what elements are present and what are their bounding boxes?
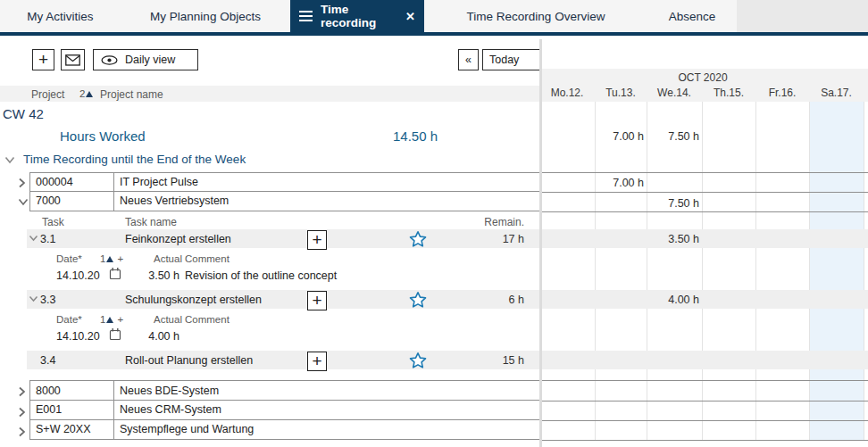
remain-column-header: Remain. <box>464 216 524 228</box>
project-column-header: Project <box>31 88 64 101</box>
entry-sort-indicator[interactable]: 1 + <box>100 253 123 264</box>
day-header: Sa.17. <box>809 87 864 99</box>
task-row-calendar <box>542 229 868 248</box>
weekend-column <box>809 102 864 440</box>
row-border <box>542 192 868 193</box>
tab-label: My Planning Objects <box>150 10 261 23</box>
calendar-month-label: OCT 2020 <box>542 71 864 84</box>
chevron-right-icon[interactable] <box>18 426 26 437</box>
entry-actual: 4.00 h <box>134 330 179 343</box>
tab-my-planning-objects[interactable]: My Planning Objects <box>121 0 290 32</box>
project-row[interactable]: E001 Neues CRM-System <box>29 401 539 420</box>
sort-asc-icon <box>106 317 113 323</box>
task-day-cell: 4.00 h <box>648 294 699 306</box>
grid-line <box>809 102 810 440</box>
project-code: E001 <box>29 401 114 419</box>
prev-week-button[interactable]: « <box>458 49 479 70</box>
day-header: Mo.12. <box>539 87 595 99</box>
tab-time-recording-overview[interactable]: Time Recording Overview <box>424 0 647 32</box>
tab-time-recording[interactable]: Time recording ✕ <box>290 0 424 32</box>
hamburger-icon <box>299 11 313 21</box>
project-row[interactable]: 000004 IT Project Pulse <box>29 172 539 192</box>
project-day-cell: 7.50 h <box>648 197 699 210</box>
row-border <box>542 172 868 173</box>
plus-icon: + <box>312 231 321 248</box>
favorite-star-icon[interactable] <box>409 230 427 248</box>
add-entry-button[interactable]: + <box>307 352 327 371</box>
task-row[interactable] <box>27 351 539 369</box>
tabbar-filler <box>737 0 868 32</box>
day-header: We.14. <box>647 87 702 99</box>
task-name: Schulungskonzept erstellen <box>125 294 262 306</box>
close-icon[interactable]: ✕ <box>405 10 415 23</box>
chevron-down-icon[interactable] <box>18 198 29 206</box>
tab-label: Absence <box>669 10 716 23</box>
task-code: 3.1 <box>40 233 55 245</box>
chevron-left-double-icon: « <box>465 54 472 66</box>
envelope-icon <box>65 54 80 66</box>
hours-worked-label: Hours Worked <box>60 128 146 144</box>
project-name: Neues BDE-System <box>114 381 539 400</box>
tab-my-activities[interactable]: My Activities <box>0 0 121 32</box>
add-entry-button[interactable]: + <box>307 291 327 310</box>
mail-button[interactable] <box>61 49 85 70</box>
project-code: 000004 <box>29 173 114 191</box>
sort-asc-icon <box>106 256 113 262</box>
chevron-down-icon[interactable] <box>29 235 38 242</box>
add-entry-inline[interactable]: + <box>118 314 124 325</box>
task-remain: 17 h <box>464 233 524 245</box>
entry-date-header: Date* <box>56 253 82 264</box>
add-entry-button[interactable]: + <box>307 230 327 250</box>
chevron-right-icon[interactable] <box>18 178 26 188</box>
task-row[interactable] <box>27 290 539 309</box>
project-row[interactable]: 8000 Neues BDE-System <box>29 380 539 401</box>
chevron-right-icon[interactable] <box>18 386 26 397</box>
task-row-calendar <box>542 290 868 309</box>
add-button[interactable]: + <box>32 49 54 70</box>
task-row-calendar <box>542 351 868 369</box>
project-code: 7000 <box>29 192 114 211</box>
add-entry-inline[interactable]: + <box>118 253 124 264</box>
favorite-star-icon[interactable] <box>409 291 427 309</box>
entry-comment: Revision of the outline concept <box>185 269 337 282</box>
week-label: CW 42 <box>3 106 44 121</box>
project-row[interactable]: 7000 Neues Vertriebsystem <box>29 192 539 211</box>
calendar-icon[interactable] <box>109 327 121 341</box>
hours-worked-day-cell: 7.00 h <box>597 130 644 143</box>
tab-absence[interactable]: Absence <box>647 0 737 32</box>
chevron-down-icon[interactable] <box>4 156 15 164</box>
task-name-column-header: Task name <box>125 216 177 228</box>
plus-icon: + <box>312 292 321 309</box>
project-row[interactable]: S+W 20XX Systempflege und Wartung <box>29 420 539 440</box>
entry-sort-indicator[interactable]: 1 + <box>100 314 123 325</box>
calendar-icon[interactable] <box>109 267 121 280</box>
row-border <box>542 440 868 441</box>
project-name-column-header: Project name <box>100 88 163 101</box>
task-remain: 15 h <box>464 354 524 367</box>
time-recording-app: My Activities My Planning Objects Time r… <box>0 0 868 447</box>
chevron-down-icon[interactable] <box>29 295 38 302</box>
today-label: Today <box>489 54 519 66</box>
row-border <box>542 401 868 401</box>
entry-comment-header: Comment <box>185 314 230 325</box>
tab-label: My Activities <box>27 10 93 23</box>
project-code: 8000 <box>29 381 114 400</box>
entry-actual-header: Actual <box>154 314 182 325</box>
sort-indicator[interactable]: 2 <box>79 88 94 99</box>
chevron-right-icon[interactable] <box>18 407 26 418</box>
grid-line <box>647 102 647 440</box>
project-name: Systempflege und Wartung <box>114 420 539 439</box>
row-border <box>542 211 868 212</box>
tab-bar: My Activities My Planning Objects Time r… <box>0 0 868 32</box>
entry-date: 14.10.20 <box>56 330 100 343</box>
task-row[interactable] <box>27 229 539 248</box>
entry-actual-header: Actual <box>154 253 182 264</box>
view-mode-dropdown[interactable]: Daily view <box>93 49 198 70</box>
tab-label: Time Recording Overview <box>467 10 605 23</box>
grid-line <box>702 102 703 440</box>
favorite-star-icon[interactable] <box>409 352 427 369</box>
day-header: Fr.16. <box>755 87 809 99</box>
section-label[interactable]: Time Recording until the End of the Week <box>23 153 246 166</box>
grid-line <box>864 102 864 440</box>
task-remain: 6 h <box>464 294 524 306</box>
